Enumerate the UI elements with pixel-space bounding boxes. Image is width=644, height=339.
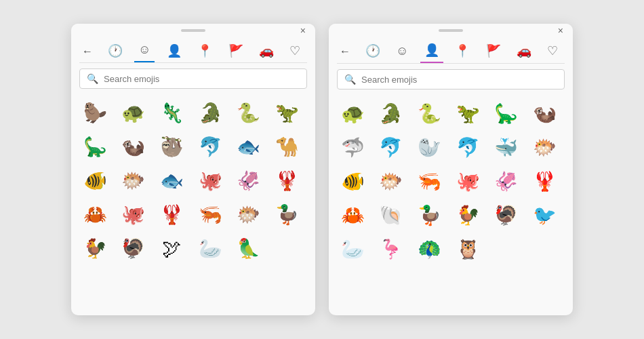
emoji-cell[interactable]: 🐠 xyxy=(79,165,110,196)
emoji-cell[interactable]: 🦀 xyxy=(79,199,110,230)
left-panel: × ← 🕐 ☺ 👤 📍 🚩 🚗 ♡ 🔍 🦫🐢🦎🐊🐍🦖🦕🦦🦥🐬🐟🐪🐠🐡🐟🐙🦑🦞🦀🐙… xyxy=(71,24,315,315)
tab-smileys-right[interactable]: ☺ xyxy=(392,40,412,63)
emoji-cell[interactable]: 🦚 xyxy=(414,233,445,264)
emoji-grid-container-left: 🦫🐢🦎🐊🐍🦖🦕🦦🦥🐬🐟🐪🐠🐡🐟🐙🦑🦞🦀🐙🦞🦐🐡🦆🐓🦃🕊🦢🦜 xyxy=(71,94,315,315)
tab-places-right[interactable]: 📍 xyxy=(451,40,474,63)
tab-travel-right[interactable]: 🚗 xyxy=(512,40,536,63)
emoji-grid-container-right: 🐢🐊🐍🦖🦕🦦🦈🐬🦭🐬🐳🐡🐠🐡🦐🐙🦑🦞🦀🐚🦆🐓🦃🐦🦢🦩🦚🦉 xyxy=(329,95,573,315)
emoji-cell[interactable]: 🦢 xyxy=(195,233,226,264)
emoji-cell[interactable]: 🐙 xyxy=(118,199,149,230)
emoji-cell[interactable]: 🐢 xyxy=(118,97,149,128)
emoji-cell[interactable]: 🦑 xyxy=(233,165,264,196)
search-input-left[interactable] xyxy=(104,74,300,84)
search-box-left: 🔍 xyxy=(79,68,307,89)
emoji-cell[interactable]: 🦕 xyxy=(79,131,110,162)
emoji-cell[interactable]: 🦞 xyxy=(271,165,302,196)
emoji-cell[interactable]: 🐡 xyxy=(376,165,407,197)
nav-right: ← 🕐 ☺ 👤 📍 🚩 🚗 ♡ xyxy=(329,37,573,63)
emoji-cell[interactable]: 🐟 xyxy=(156,165,187,196)
close-button-left[interactable]: × xyxy=(300,26,306,35)
drag-handle-left xyxy=(181,29,205,32)
emoji-grid-left: 🦫🐢🦎🐊🐍🦖🦕🦦🦥🐬🐟🐪🐠🐡🐟🐙🦑🦞🦀🐙🦞🦐🐡🦆🐓🦃🕊🦢🦜 xyxy=(79,97,307,264)
nav-tabs-left: 🕐 ☺ 👤 📍 🚩 🚗 ♡ xyxy=(101,40,307,62)
search-input-right[interactable] xyxy=(361,75,557,85)
titlebar-right: × xyxy=(329,24,573,37)
tab-places-left[interactable]: 📍 xyxy=(193,40,216,62)
emoji-cell[interactable]: 🦐 xyxy=(195,199,226,230)
emoji-grid-right: 🐢🐊🐍🦖🦕🦦🦈🐬🦭🐬🐳🐡🐠🐡🦐🐙🦑🦞🦀🐚🦆🐓🦃🐦🦢🦩🦚🦉 xyxy=(337,98,565,264)
nav-left: ← 🕐 ☺ 👤 📍 🚩 🚗 ♡ xyxy=(71,37,315,62)
search-icon-right: 🔍 xyxy=(344,74,356,85)
emoji-cell[interactable]: 🦃 xyxy=(491,199,522,231)
emoji-cell[interactable]: 🦫 xyxy=(79,97,110,128)
emoji-cell[interactable]: 🦦 xyxy=(529,98,560,129)
emoji-cell[interactable]: 🐬 xyxy=(376,132,407,163)
tab-favorites-right[interactable]: ♡ xyxy=(543,40,562,63)
back-button-right[interactable]: ← xyxy=(337,43,353,60)
emoji-cell[interactable]: 🦈 xyxy=(337,132,368,163)
emoji-cell[interactable]: 🐍 xyxy=(233,97,264,128)
emoji-cell[interactable]: 🐓 xyxy=(79,233,110,264)
emoji-cell[interactable]: 🐊 xyxy=(195,97,226,128)
search-box-right: 🔍 xyxy=(337,69,565,89)
tab-recent-left[interactable]: 🕐 xyxy=(104,40,127,62)
tab-travel-left[interactable]: 🚗 xyxy=(255,40,278,62)
tab-flags-right[interactable]: 🚩 xyxy=(482,40,505,63)
emoji-cell[interactable]: 🦖 xyxy=(271,97,302,128)
tab-smileys-left[interactable]: ☺ xyxy=(134,40,155,62)
emoji-cell[interactable]: 🐊 xyxy=(376,98,407,129)
emoji-cell[interactable]: 🦐 xyxy=(414,165,445,197)
emoji-cell[interactable]: 🦎 xyxy=(156,97,187,128)
emoji-cell[interactable]: 🐡 xyxy=(233,199,264,230)
tab-people-right[interactable]: 👤 xyxy=(420,40,443,63)
emoji-cell[interactable]: 🐢 xyxy=(337,98,368,129)
emoji-cell[interactable]: 🦩 xyxy=(376,233,407,264)
tab-people-left[interactable]: 👤 xyxy=(163,40,186,62)
emoji-cell[interactable]: 🐡 xyxy=(118,165,149,196)
emoji-cell[interactable]: 🐬 xyxy=(452,132,483,163)
emoji-cell[interactable]: 🕊 xyxy=(156,233,187,264)
close-button-right[interactable]: × xyxy=(558,26,563,35)
titlebar-left: × xyxy=(71,24,315,37)
emoji-cell[interactable]: 🦆 xyxy=(271,199,302,230)
nav-divider-right xyxy=(337,63,565,64)
emoji-cell[interactable]: 🦑 xyxy=(491,165,522,197)
emoji-cell[interactable]: 🦃 xyxy=(118,233,149,264)
emoji-cell[interactable]: 🐳 xyxy=(491,132,522,163)
emoji-cell[interactable]: 🦭 xyxy=(414,132,445,163)
emoji-cell[interactable]: 🦕 xyxy=(491,98,522,129)
emoji-cell[interactable]: 🦆 xyxy=(414,199,445,231)
emoji-cell[interactable]: 🦞 xyxy=(529,165,560,197)
emoji-cell[interactable]: 🐙 xyxy=(452,165,483,197)
emoji-cell[interactable]: 🐠 xyxy=(337,165,368,197)
nav-tabs-right: 🕐 ☺ 👤 📍 🚩 🚗 ♡ xyxy=(359,40,565,63)
emoji-cell[interactable]: 🐟 xyxy=(233,131,264,162)
emoji-cell[interactable]: 🦢 xyxy=(337,233,368,264)
tab-recent-right[interactable]: 🕐 xyxy=(361,40,384,63)
emoji-cell[interactable]: 🦦 xyxy=(118,131,149,162)
search-icon-left: 🔍 xyxy=(87,73,98,84)
emoji-cell[interactable]: 🐦 xyxy=(529,199,560,231)
back-button-left[interactable]: ← xyxy=(79,43,96,60)
emoji-cell[interactable]: 🦉 xyxy=(452,233,483,264)
emoji-cell[interactable]: 🐓 xyxy=(452,199,483,231)
emoji-cell[interactable]: 🐚 xyxy=(376,199,407,231)
emoji-cell[interactable]: 🐡 xyxy=(529,132,560,163)
emoji-cell[interactable]: 🐪 xyxy=(271,131,302,162)
tab-favorites-left[interactable]: ♡ xyxy=(285,40,304,62)
emoji-cell[interactable]: 🐬 xyxy=(195,131,226,162)
right-panel: × ← 🕐 ☺ 👤 📍 🚩 🚗 ♡ 🔍 🐢🐊🐍🦖🦕🦦🦈🐬🦭🐬🐳🐡🐠🐡🦐🐙🦑🦞🦀🐚… xyxy=(329,24,573,315)
emoji-cell[interactable]: 🦜 xyxy=(233,233,264,264)
tab-flags-left[interactable]: 🚩 xyxy=(224,40,247,62)
emoji-cell[interactable]: 🐙 xyxy=(195,165,226,196)
drag-handle-right xyxy=(439,29,463,32)
nav-divider-left xyxy=(79,62,307,63)
emoji-cell[interactable]: 🦖 xyxy=(452,98,483,129)
emoji-cell[interactable]: 🐍 xyxy=(414,98,445,129)
emoji-cell[interactable]: 🦞 xyxy=(156,199,187,230)
emoji-cell[interactable]: 🦥 xyxy=(156,131,187,162)
emoji-cell[interactable]: 🦀 xyxy=(337,199,368,231)
